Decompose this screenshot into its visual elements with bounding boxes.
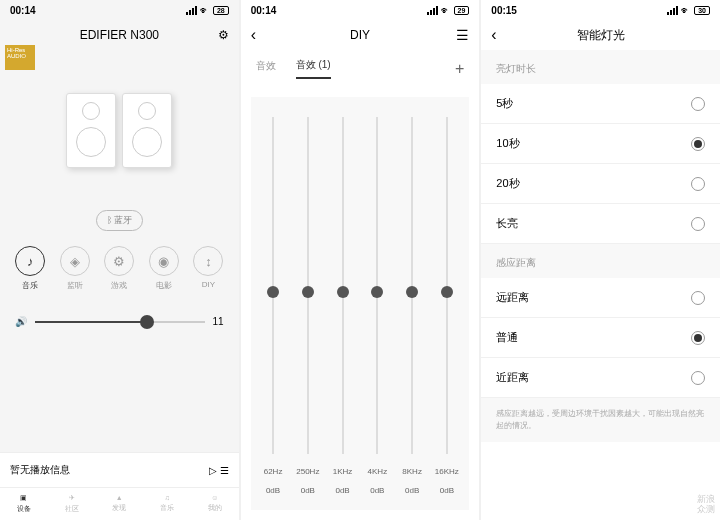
tab-community[interactable]: ✈社区 — [65, 494, 79, 514]
radio-icon[interactable] — [691, 137, 705, 151]
header: EDIFIER N300 ⚙ — [0, 20, 239, 50]
page-title: 智能灯光 — [577, 27, 625, 44]
device-icon: ▣ — [20, 494, 27, 502]
eq-thumb[interactable] — [302, 286, 314, 298]
discover-icon: ▲ — [116, 494, 123, 501]
eq-band-4k[interactable]: 4KHz0dB — [362, 112, 392, 495]
settings-icon[interactable]: ⚙ — [218, 28, 229, 42]
opt-20s[interactable]: 20秒 — [481, 164, 720, 204]
radio-icon[interactable] — [691, 97, 705, 111]
community-icon: ✈ — [69, 494, 75, 502]
hires-badge: Hi-Res AUDIO — [5, 45, 35, 70]
signal-icon — [427, 6, 438, 15]
tab-effect[interactable]: 音效 — [256, 59, 276, 78]
tab-discover[interactable]: ▲发现 — [112, 494, 126, 514]
signal-icon — [186, 6, 197, 15]
speaker-image — [0, 50, 239, 210]
eq-thumb[interactable] — [267, 286, 279, 298]
mode-movie[interactable]: ◉电影 — [149, 246, 179, 291]
status-bar: 00:15 ᯤ30 — [481, 0, 720, 20]
eq-band-250[interactable]: 250Hz0dB — [293, 112, 323, 495]
header: ‹ 智能灯光 — [481, 20, 720, 50]
menu-icon[interactable]: ☰ — [456, 27, 469, 43]
mode-game[interactable]: ⚙游戏 — [104, 246, 134, 291]
diy-icon: ↕ — [193, 246, 223, 276]
battery-icon: 28 — [213, 6, 229, 15]
battery-icon: 30 — [694, 6, 710, 15]
equalizer: 62Hz0dB 250Hz0dB 1KHz0dB 4KHz0dB 8KHz0dB… — [251, 97, 470, 510]
now-playing[interactable]: 暂无播放信息 ▷ ☰ — [0, 452, 239, 487]
volume-value: 11 — [213, 316, 224, 327]
play-icon[interactable]: ▷ — [209, 465, 217, 476]
distance-note: 感应距离越远，受周边环境干扰因素越大，可能出现自然亮起的情况。 — [481, 398, 720, 442]
eq-band-8k[interactable]: 8KHz0dB — [397, 112, 427, 495]
movie-icon: ◉ — [149, 246, 179, 276]
volume-icon: 🔊 — [15, 316, 27, 327]
status-bar: 00:14 ᯤ29 — [241, 0, 480, 20]
signal-icon — [667, 6, 678, 15]
opt-normal[interactable]: 普通 — [481, 318, 720, 358]
playlist-icon[interactable]: ☰ — [220, 465, 229, 476]
bluetooth-pill[interactable]: ᛒ 蓝牙 — [96, 210, 144, 231]
eq-thumb[interactable] — [441, 286, 453, 298]
radio-icon[interactable] — [691, 371, 705, 385]
music-icon: ♪ — [15, 246, 45, 276]
eq-band-62[interactable]: 62Hz0dB — [258, 112, 288, 495]
battery-icon: 29 — [454, 6, 470, 15]
eq-thumb[interactable] — [371, 286, 383, 298]
tab-effect-1[interactable]: 音效 (1) — [296, 58, 331, 79]
add-icon[interactable]: + — [455, 60, 464, 78]
person-icon: ☺ — [211, 494, 218, 501]
radio-icon[interactable] — [691, 331, 705, 345]
sound-modes: ♪音乐 ◈监听 ⚙游戏 ◉电影 ↕DIY — [0, 231, 239, 306]
radio-icon[interactable] — [691, 177, 705, 191]
opt-5s[interactable]: 5秒 — [481, 84, 720, 124]
opt-far[interactable]: 远距离 — [481, 278, 720, 318]
opt-always[interactable]: 长亮 — [481, 204, 720, 244]
radio-icon[interactable] — [691, 291, 705, 305]
eq-band-1k[interactable]: 1KHz0dB — [328, 112, 358, 495]
diy-tabs: 音效 音效 (1) + — [241, 50, 480, 87]
time: 00:14 — [10, 5, 36, 16]
eq-thumb[interactable] — [337, 286, 349, 298]
back-icon[interactable]: ‹ — [251, 26, 256, 44]
game-icon: ⚙ — [104, 246, 134, 276]
volume-slider[interactable]: 🔊 11 — [0, 306, 239, 337]
time: 00:15 — [491, 5, 517, 16]
mode-monitor[interactable]: ◈监听 — [60, 246, 90, 291]
status-bar: 00:14 ᯤ28 — [0, 0, 239, 20]
page-title: DIY — [350, 28, 370, 42]
section-distance: 感应距离 — [481, 244, 720, 278]
opt-10s[interactable]: 10秒 — [481, 124, 720, 164]
tab-me[interactable]: ☺我的 — [208, 494, 222, 514]
wifi-icon: ᯤ — [441, 5, 451, 16]
header: ‹ DIY ☰ — [241, 20, 480, 50]
monitor-icon: ◈ — [60, 246, 90, 276]
eq-band-16k[interactable]: 16KHz0dB — [432, 112, 462, 495]
device-title: EDIFIER N300 — [80, 28, 159, 42]
music-tab-icon: ♫ — [164, 494, 169, 501]
section-duration: 亮灯时长 — [481, 50, 720, 84]
wifi-icon: ᯤ — [681, 5, 691, 16]
volume-thumb[interactable] — [140, 315, 154, 329]
tab-music[interactable]: ♫音乐 — [160, 494, 174, 514]
opt-near[interactable]: 近距离 — [481, 358, 720, 398]
eq-thumb[interactable] — [406, 286, 418, 298]
wifi-icon: ᯤ — [200, 5, 210, 16]
tab-device[interactable]: ▣设备 — [17, 494, 31, 514]
back-icon[interactable]: ‹ — [491, 26, 496, 44]
radio-icon[interactable] — [691, 217, 705, 231]
mode-diy[interactable]: ↕DIY — [193, 246, 223, 291]
watermark: 新浪众测 — [697, 495, 715, 515]
time: 00:14 — [251, 5, 277, 16]
bluetooth-icon: ᛒ — [107, 215, 112, 225]
mode-music[interactable]: ♪音乐 — [15, 246, 45, 291]
tab-bar: ▣设备 ✈社区 ▲发现 ♫音乐 ☺我的 — [0, 487, 239, 520]
